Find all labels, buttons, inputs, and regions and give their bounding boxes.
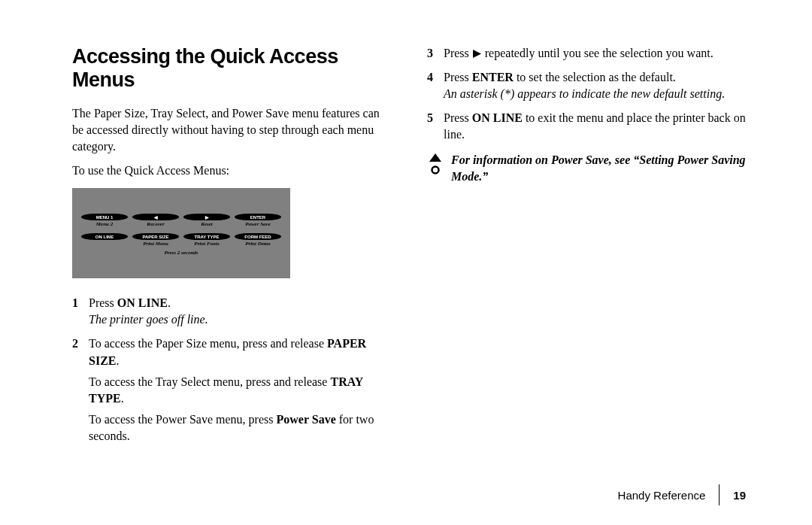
page-title: Accessing the Quick Access Menus	[72, 45, 391, 92]
footer-divider	[719, 484, 720, 505]
svg-point-2	[432, 167, 439, 174]
panel-btn-label: MENU 1	[96, 215, 114, 220]
step-text: .	[116, 354, 119, 367]
caution-note: For information on Power Save, see “Sett…	[427, 152, 746, 184]
panel-btn-label: FORM FEED	[244, 235, 271, 239]
step-text: .	[168, 296, 171, 309]
step-text: repeatedly until you see the selection y…	[482, 47, 714, 59]
step-text: To access the Tray Select menu, press an…	[89, 375, 330, 388]
lead-paragraph: To use the Quick Access Menus:	[72, 162, 391, 179]
panel-btn-label: PAPER SIZE	[142, 235, 168, 239]
panel-btn-label: ▶	[205, 215, 209, 220]
panel-btn-sublabel: Menu 2	[96, 221, 113, 227]
panel-btn-sublabel: Recover	[147, 221, 164, 227]
step-note-italic: The printer goes off line.	[89, 313, 208, 326]
step-text: To access the Paper Size menu, press and…	[89, 337, 327, 350]
step-text: Press	[444, 47, 472, 59]
panel-btn-label: ON LINE	[95, 235, 114, 239]
svg-marker-1	[429, 153, 441, 162]
printer-panel-illustration: MENU 1Menu 2 ◀Recover ▶Reset ENTERPower …	[72, 188, 290, 278]
footer-section-label: Handy Reference	[618, 489, 706, 502]
step-text: .	[121, 392, 124, 405]
step-1: Press ON LINE. The printer goes off line…	[72, 295, 391, 328]
step-text-bold: Power Save	[276, 413, 335, 426]
panel-btn-sublabel: Print Menu	[143, 241, 168, 247]
panel-btn-label: ENTER	[250, 215, 265, 220]
panel-btn-sublabel: Reset	[201, 221, 213, 227]
step-text: Press	[89, 296, 117, 309]
step-2: To access the Paper Size menu, press and…	[72, 335, 391, 444]
panel-btn-label: TRAY TYPE	[194, 235, 219, 239]
step-text: to set the selection as the default.	[514, 71, 676, 83]
intro-paragraph: The Paper Size, Tray Select, and Power S…	[72, 105, 391, 155]
panel-footnote: Press 2 seconds	[164, 250, 198, 256]
steps-list-right: Press repeatedly until you see the selec…	[427, 45, 746, 143]
panel-btn-label: ◀	[154, 215, 158, 220]
panel-btn-sublabel: Print Demo	[245, 241, 271, 247]
panel-btn-sublabel: Power Save	[245, 221, 271, 227]
step-text-bold: ON LINE	[117, 296, 168, 309]
step-3: Press repeatedly until you see the selec…	[427, 45, 746, 62]
play-right-icon	[472, 47, 482, 59]
step-note-italic: An asterisk (*) appears to indicate the …	[444, 87, 725, 100]
exclamation-circle-icon	[427, 153, 444, 174]
footer-page-number: 19	[733, 489, 746, 502]
step-5: Press ON LINE to exit the menu and place…	[427, 110, 746, 143]
page-footer: Handy Reference 19	[618, 484, 746, 505]
step-4: Press ENTER to set the selection as the …	[427, 69, 746, 102]
step-text-bold: ON LINE	[472, 111, 523, 124]
caution-text: For information on Power Save, see “Sett…	[451, 152, 746, 184]
step-text: Press	[444, 111, 472, 124]
panel-btn-sublabel: Print Fonts	[194, 241, 219, 247]
steps-list-left: Press ON LINE. The printer goes off line…	[72, 295, 391, 445]
step-text-bold: ENTER	[472, 71, 514, 83]
step-text: To access the Power Save menu, press	[89, 413, 276, 426]
step-text: Press	[444, 71, 472, 83]
svg-marker-0	[473, 50, 481, 58]
